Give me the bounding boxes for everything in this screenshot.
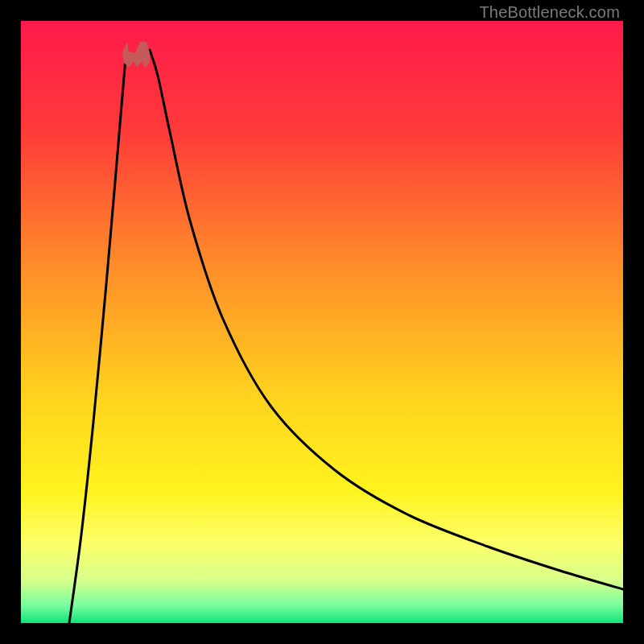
gradient-background — [21, 21, 623, 623]
watermark-text: TheBottleneck.com — [479, 3, 620, 22]
chart-svg — [21, 21, 623, 623]
plot-area — [21, 21, 623, 623]
chart-frame: TheBottleneck.com — [0, 0, 644, 644]
